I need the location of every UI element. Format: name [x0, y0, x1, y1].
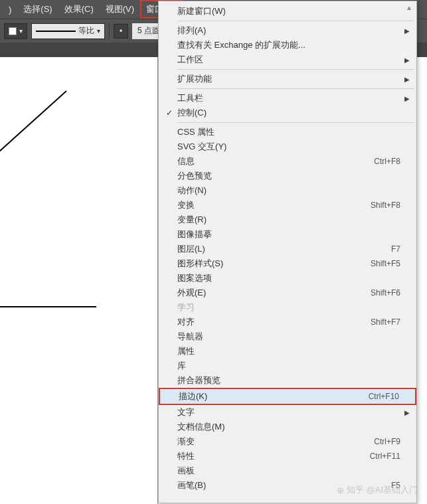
scale-label: 等比: [78, 25, 94, 37]
menu-item-shortcut: Shift+F7: [371, 317, 400, 327]
menu-item[interactable]: 信息Ctrl+F8: [159, 154, 416, 169]
menu-item-label: 学习: [177, 301, 400, 313]
menu-item[interactable]: 文字▶: [159, 405, 416, 420]
menu-item-label: 新建窗口(W): [177, 5, 400, 17]
menu-item-shortcut: F5: [391, 481, 400, 490]
menu-separator: [177, 69, 414, 70]
window-menu-dropdown: ▲ 新建窗口(W)排列(A)▶查找有关 Exchange 的扩展功能...工作区…: [158, 1, 417, 503]
menu-item[interactable]: 图案选项: [159, 271, 416, 286]
menu-item[interactable]: 查找有关 Exchange 的扩展功能...: [159, 38, 416, 52]
menu-item[interactable]: 对齐Shift+F7: [159, 315, 416, 329]
menu-item-label: 变量(R): [177, 214, 400, 226]
canvas-area[interactable]: [0, 57, 158, 504]
menu-select[interactable]: 选择(S): [17, 0, 58, 19]
menu-item[interactable]: ✓控制(C): [159, 106, 416, 120]
submenu-arrow-icon: ▶: [400, 409, 410, 416]
menu-item-shortcut: Shift+F6: [371, 288, 400, 297]
menu-item[interactable]: 排列(A)▶: [159, 23, 416, 38]
submenu-arrow-icon: ▶: [400, 76, 410, 83]
menu-item[interactable]: 工具栏▶: [159, 91, 416, 106]
menu-item[interactable]: 画板: [159, 463, 416, 478]
chevron-down-icon: ▾: [19, 27, 23, 35]
submenu-arrow-icon: ▶: [400, 56, 410, 64]
menu-item-label: CSS 属性: [177, 126, 400, 138]
menu-item-label: 图形样式(S): [177, 258, 371, 270]
menu-item-label: 图像描摹: [177, 228, 400, 240]
menu-item-label: 导航器: [177, 331, 400, 343]
line-preview-icon: [36, 31, 76, 32]
submenu-arrow-icon: ▶: [400, 27, 410, 35]
menu-item-label: 查找有关 Exchange 的扩展功能...: [177, 39, 400, 51]
menu-fragment[interactable]: ): [3, 1, 17, 18]
menu-effect[interactable]: 效果(C): [58, 0, 100, 19]
menu-item[interactable]: 文档信息(M): [159, 420, 416, 434]
menu-item[interactable]: 分色预览: [159, 169, 416, 183]
menu-item-label: 工作区: [177, 54, 400, 66]
menu-item-shortcut: Ctrl+F10: [369, 392, 399, 401]
menu-item[interactable]: 导航器: [159, 329, 416, 344]
menu-item[interactable]: SVG 交互(Y): [159, 139, 416, 154]
menu-item[interactable]: 图层(L)F7: [159, 242, 416, 256]
menu-item[interactable]: 库: [159, 359, 416, 373]
menu-item-shortcut: Ctrl+F8: [374, 157, 400, 166]
menu-item[interactable]: 渐变Ctrl+F9: [159, 434, 416, 449]
menu-item[interactable]: CSS 属性: [159, 125, 416, 139]
menu-item-label: 分色预览: [177, 170, 400, 182]
menu-item-label: 扩展功能: [177, 73, 400, 85]
menu-item[interactable]: 图形样式(S)Shift+F5: [159, 256, 416, 271]
menu-item-label: 描边(K): [179, 390, 369, 402]
menu-item-label: 文字: [177, 406, 400, 418]
menu-item-shortcut: Ctrl+F11: [370, 452, 400, 461]
menu-item-label: 特性: [177, 450, 370, 462]
menu-item-label: 库: [177, 360, 400, 372]
menu-item[interactable]: 工作区▶: [159, 52, 416, 67]
menu-item-label: 工具栏: [177, 92, 400, 104]
menu-item-shortcut: Ctrl+F9: [374, 437, 400, 446]
menu-view[interactable]: 视图(V): [100, 0, 140, 19]
menu-item-label: 图案选项: [177, 272, 400, 284]
toolbar-separator: [109, 23, 110, 39]
menu-item: 学习: [159, 300, 416, 315]
menu-item[interactable]: 属性: [159, 344, 416, 359]
drawn-line-2: [0, 306, 96, 307]
menu-item-label: 控制(C): [177, 107, 400, 119]
menu-item-label: 画笔(B): [177, 479, 391, 491]
menu-item[interactable]: 动作(N): [159, 183, 416, 198]
bullet-toggle[interactable]: •: [114, 24, 128, 39]
menu-item[interactable]: 图像描摹: [159, 227, 416, 242]
menu-item-label: 动作(N): [177, 185, 400, 197]
check-icon: ✓: [161, 108, 177, 118]
menu-item[interactable]: 描边(K)Ctrl+F10: [159, 388, 416, 405]
menu-item-label: 排列(A): [177, 25, 400, 37]
menu-item[interactable]: 扩展功能▶: [159, 72, 416, 86]
menu-item-label: 图层(L): [177, 243, 391, 255]
menu-item-shortcut: Shift+F5: [371, 259, 400, 268]
menu-item-label: 变换: [177, 199, 371, 211]
menu-item-label: 对齐: [177, 316, 371, 328]
menu-item-label: 文档信息(M): [177, 421, 400, 433]
menu-separator: [177, 122, 414, 123]
menu-item[interactable]: 画笔(B)F5: [159, 478, 416, 493]
menu-separator: [177, 21, 414, 21]
menu-item[interactable]: 新建窗口(W): [159, 4, 416, 19]
menu-item[interactable]: 变量(R): [159, 212, 416, 227]
menu-item[interactable]: 特性Ctrl+F11: [159, 449, 416, 463]
submenu-arrow-icon: ▶: [400, 95, 410, 102]
stroke-color-dropdown[interactable]: ▾: [4, 23, 27, 39]
menu-item[interactable]: 拼合器预览: [159, 373, 416, 388]
menu-separator: [177, 88, 414, 89]
menu-item-label: 画板: [177, 465, 400, 477]
menu-item-label: 渐变: [177, 436, 374, 448]
drawn-line-1: [0, 90, 67, 158]
menu-item-label: 属性: [177, 345, 400, 357]
menu-item-label: SVG 交互(Y): [177, 141, 400, 153]
menu-item[interactable]: 外观(E)Shift+F6: [159, 286, 416, 300]
menu-item-label: 外观(E): [177, 287, 371, 299]
chevron-down-icon: ▾: [97, 27, 100, 35]
stroke-style-dropdown[interactable]: 等比 ▾: [31, 23, 105, 39]
menu-item-shortcut: Shift+F8: [371, 201, 400, 210]
menu-item-label: 拼合器预览: [177, 375, 400, 386]
menu-item-shortcut: F7: [391, 244, 400, 254]
menu-item-label: 信息: [177, 155, 374, 167]
menu-item[interactable]: 变换Shift+F8: [159, 198, 416, 212]
